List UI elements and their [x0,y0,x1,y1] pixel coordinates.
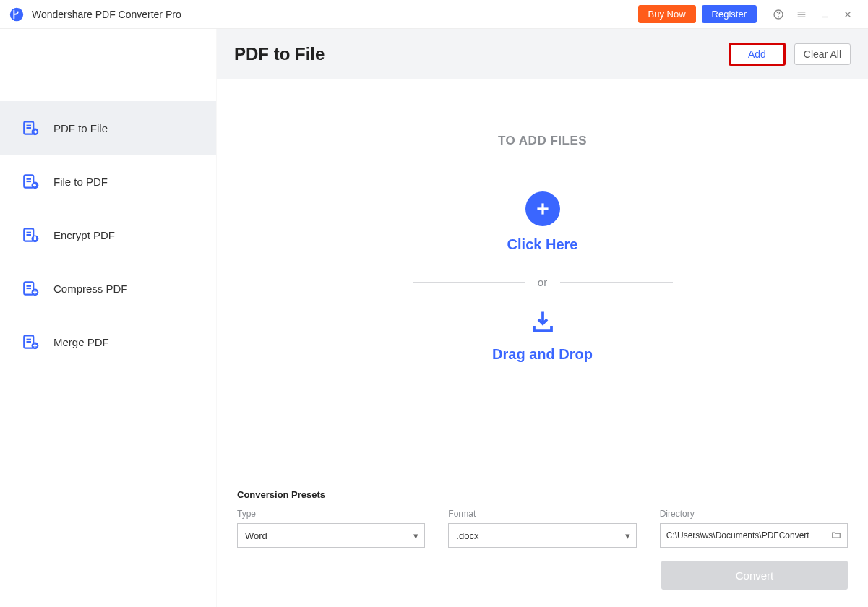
directory-field[interactable]: C:\Users\ws\Documents\PDFConvert [660,523,848,548]
sidebar-item-pdf-to-file[interactable]: PDF to File [0,101,216,155]
format-label: Format [448,509,636,519]
drag-drop-label: Drag and Drop [492,346,593,363]
sidebar-item-encrypt-pdf[interactable]: Encrypt PDF [0,208,216,262]
minimize-icon[interactable] [817,7,832,22]
type-value: Word [245,530,267,541]
directory-value: C:\Users\ws\Documents\PDFConvert [666,530,809,541]
close-icon[interactable] [841,7,855,22]
clear-all-button[interactable]: Clear All [794,43,851,65]
type-label: Type [237,509,425,519]
sidebar-item-label: File to PDF [53,176,108,188]
page-title: PDF to File [234,44,729,64]
help-icon[interactable] [771,7,786,22]
conversion-presets: Conversion Presets Type Word ▾ Format .d… [217,489,868,607]
svg-point-2 [778,16,778,17]
format-value: .docx [456,530,478,541]
sidebar-item-label: Compress PDF [53,283,128,295]
sidebar: PDF to File File to PDF Encrypt PDF Comp… [0,29,217,607]
page-header: PDF to File Add Clear All [217,29,868,79]
file-to-pdf-icon [22,172,40,191]
register-button[interactable]: Register [702,5,757,23]
format-select[interactable]: .docx ▾ [448,523,636,548]
directory-label: Directory [660,509,848,519]
app-title: Wondershare PDF Converter Pro [32,9,181,20]
buy-now-button[interactable]: Buy Now [638,5,696,23]
merge-pdf-icon [22,332,40,351]
add-button[interactable]: Add [729,43,786,66]
sidebar-item-label: PDF to File [53,122,108,134]
or-label: or [538,276,547,288]
download-tray-icon [528,309,558,337]
dropzone-title: TO ADD FILES [498,134,587,148]
add-files-plus-icon[interactable] [525,191,560,226]
app-logo-icon [9,7,25,22]
sidebar-item-label: Encrypt PDF [53,229,115,241]
titlebar: Wondershare PDF Converter Pro Buy Now Re… [0,0,868,29]
type-select[interactable]: Word ▾ [237,523,425,548]
chevron-down-icon: ▾ [413,530,418,541]
sidebar-item-compress-pdf[interactable]: Compress PDF [0,262,216,315]
convert-button[interactable]: Convert [661,561,848,590]
compress-pdf-icon [22,279,40,298]
main-panel: PDF to File Add Clear All TO ADD FILES C… [217,29,868,607]
dropzone[interactable]: TO ADD FILES Click Here or Drag and Drop [217,79,868,489]
sidebar-item-merge-pdf[interactable]: Merge PDF [0,315,216,369]
folder-browse-icon[interactable] [831,530,841,542]
svg-rect-21 [34,238,36,240]
sidebar-item-file-to-pdf[interactable]: File to PDF [0,155,216,208]
pdf-to-file-icon [22,119,40,137]
chevron-down-icon: ▾ [625,530,630,541]
encrypt-pdf-icon [22,225,40,244]
menu-icon[interactable] [794,7,809,22]
or-divider: or [413,276,673,288]
presets-title: Conversion Presets [237,489,848,500]
sidebar-item-label: Merge PDF [53,336,109,348]
click-here-link[interactable]: Click Here [507,236,578,253]
